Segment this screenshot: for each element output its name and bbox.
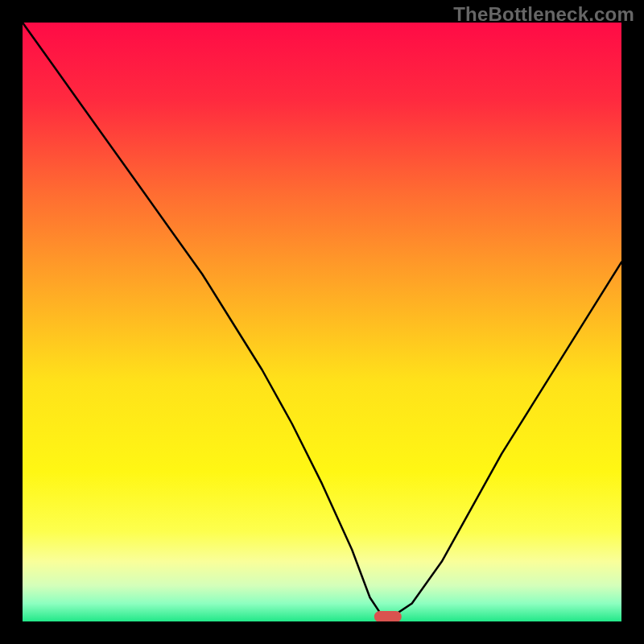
chart-svg — [23, 23, 621, 621]
chart-frame: TheBottleneck.com — [0, 0, 644, 644]
optimal-marker — [374, 611, 402, 621]
gradient-background — [23, 23, 621, 621]
plot-area — [23, 23, 621, 621]
